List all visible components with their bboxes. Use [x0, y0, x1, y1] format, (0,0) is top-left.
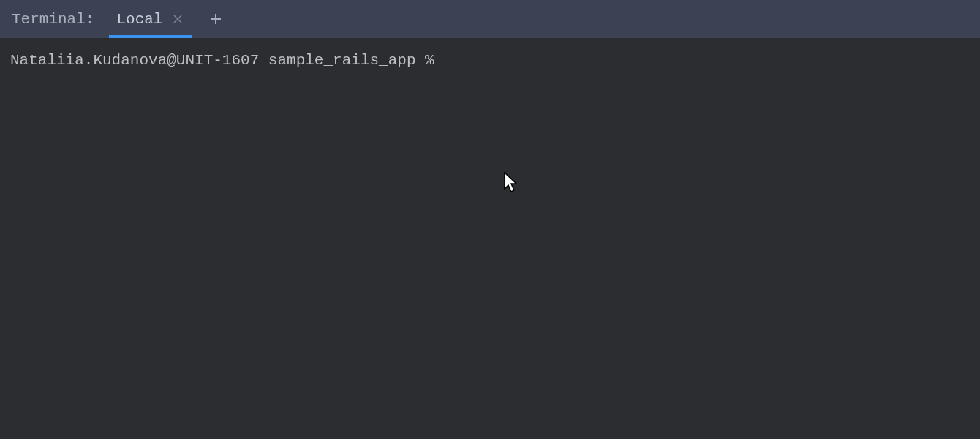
panel-title: Terminal:: [12, 11, 94, 28]
close-icon[interactable]: [171, 12, 184, 26]
tab-label: Local: [116, 11, 162, 28]
add-tab-button[interactable]: [209, 12, 222, 26]
terminal-header: Terminal: Local: [0, 0, 980, 38]
tab-local[interactable]: Local: [109, 0, 192, 38]
mouse-cursor-icon: [502, 171, 519, 198]
terminal-body[interactable]: Nataliia.Kudanova@UNIT-1607 sample_rails…: [0, 38, 980, 83]
terminal-prompt: Nataliia.Kudanova@UNIT-1607 sample_rails…: [10, 50, 970, 71]
